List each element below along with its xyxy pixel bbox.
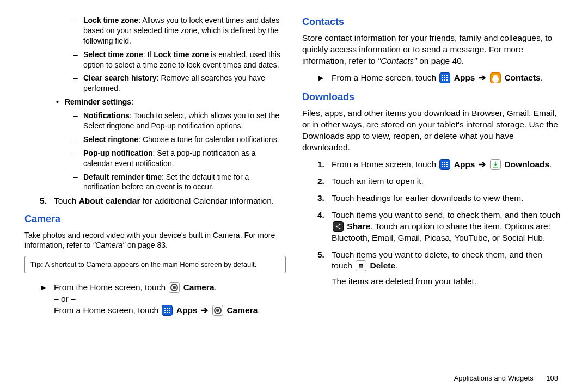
apps-icon [162,305,173,316]
camera-intro: Take photos and record video with your d… [24,230,286,251]
term-label: Clear search history [83,74,157,82]
setting-lock-time-zone: Lock time zone: Allows you to lock event… [24,15,286,46]
downloads-intro: Files, apps, and other items you downloa… [302,108,564,154]
downloads-icon [490,159,501,170]
reminder-default-time: Default reminder time: Set the default t… [24,172,286,193]
setting-select-time-zone: Select time zone: If Lock time zone is e… [24,50,286,70]
reminder-notifications: Notifications: Touch to select, which al… [24,111,286,131]
delete-icon [356,260,366,271]
term-label: Lock time zone [83,16,138,24]
term-label: Select time zone [83,50,143,59]
contacts-heading: Contacts [302,15,564,28]
setting-clear-search-history: Clear search history: Remove all searche… [24,73,286,94]
camera-launch-step: From the Home screen, touch Camera. – or… [24,282,286,316]
apps-icon [439,72,450,83]
apps-icon [439,159,450,170]
page-footer: Applications and Widgets 108 [454,374,558,382]
camera-tip: Tip: A shortcut to Camera appears on the… [24,256,286,273]
camera-icon [212,305,223,316]
contacts-intro: Store contact information for your frien… [302,33,564,67]
left-column: Lock time zone: Allows you to lock event… [24,15,286,323]
downloads-step-5: 5. Touch items you want to delete, to ch… [302,249,564,288]
downloads-step-2: 2. Touch an item to open it. [302,176,564,187]
contacts-launch-step: From a Home screen, touch Apps ➔ Contact… [302,72,564,84]
reminder-settings-heading: Reminder settings: [24,97,286,107]
camera-heading: Camera [24,212,286,225]
camera-icon [169,282,180,293]
footer-section: Applications and Widgets [454,374,534,382]
footer-page-number: 108 [546,374,558,382]
downloads-heading: Downloads [302,90,564,103]
right-column: Contacts Store contact information for y… [302,15,564,323]
reminder-select-ringtone: Select ringtone: Choose a tone for calen… [24,134,286,145]
calendar-step-5: 5. Touch About calendar for additional C… [24,195,286,207]
downloads-step-1: 1. From a Home screen, touch Apps ➔ Down… [302,159,564,170]
downloads-step-4: 4. Touch items you want to send, to chec… [302,210,564,244]
downloads-step-3: 3. Touch headings for earlier downloads … [302,193,564,204]
contacts-icon [490,72,501,83]
share-icon [333,221,344,232]
reminder-popup-notification: Pop-up notification: Set a pop-up notifi… [24,148,286,169]
